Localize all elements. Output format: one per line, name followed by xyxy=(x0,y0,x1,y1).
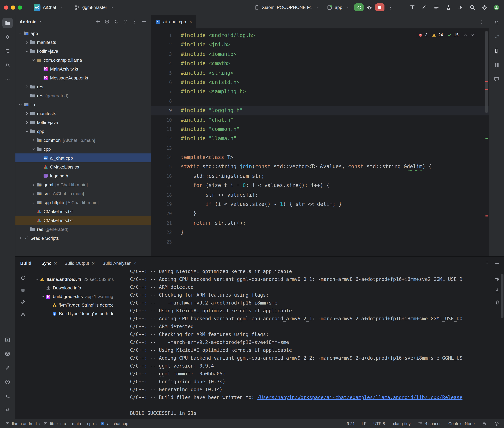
tree-item-app[interactable]: app xyxy=(16,29,151,38)
tree-item-gradle-scripts[interactable]: Gradle Scripts xyxy=(16,234,151,243)
code-line-23[interactable]: 23 xyxy=(151,237,489,247)
device-mirroring-icon[interactable] xyxy=(457,4,463,10)
breadcrumb-src[interactable]: src xyxy=(60,421,66,426)
soft-wrap-button[interactable] xyxy=(495,276,500,282)
code-line-7[interactable]: 7#include <sampling.h> xyxy=(151,87,489,97)
breadcrumb-llama-android[interactable]: llama.android xyxy=(5,421,37,426)
rerun-button[interactable] xyxy=(354,3,364,11)
build-panel-title[interactable]: Build xyxy=(20,261,31,266)
tree-item-manifests[interactable]: manifests xyxy=(16,38,151,47)
tree-item-ggml[interactable]: ggml[AiChat.lib.main] xyxy=(16,180,151,189)
code-line-12[interactable]: 12#include "llama.h" xyxy=(151,134,489,144)
zoom-window-button[interactable] xyxy=(18,5,22,9)
code-line-15[interactable]: 15static std::string join(const std::vec… xyxy=(151,162,489,172)
notifications-tool-button[interactable] xyxy=(491,18,502,28)
build-tree-item-buildtype-debug-is-both-de[interactable]: BuildType 'debug' is both de xyxy=(31,309,129,318)
close-tab-icon[interactable]: × xyxy=(189,19,192,24)
chevron-down-icon[interactable] xyxy=(31,147,36,151)
app-quality-insights-tool-button[interactable] xyxy=(491,74,502,84)
code-line-11[interactable]: 11#include "common.h" xyxy=(151,125,489,134)
file-encoding-widget[interactable]: UTF-8 xyxy=(373,421,385,426)
read-only-toggle-widget[interactable] xyxy=(482,421,487,426)
breadcrumb-cpp[interactable]: cpp xyxy=(87,421,94,426)
running-devices-tool-button[interactable]: T xyxy=(2,335,13,345)
vcs-branch-selector[interactable]: ggml-master xyxy=(72,3,118,11)
build-tab-sync[interactable]: Sync× xyxy=(38,256,61,270)
resource-manager-tool-button[interactable] xyxy=(2,349,13,359)
chevron-right-icon[interactable] xyxy=(31,182,36,187)
code-line-22[interactable]: 22} xyxy=(151,228,489,237)
build-tree-item-jvmtarget-string-is-deprec[interactable]: 'jvmTarget: String' is deprec xyxy=(31,301,129,309)
tree-item-common[interactable]: common[AiChat.lib.main] xyxy=(16,136,151,145)
translate-action-icon[interactable] xyxy=(409,4,415,10)
chevron-right-icon[interactable] xyxy=(31,138,36,142)
tree-item-cmakelists-txt[interactable]: CMakeLists.txt xyxy=(16,216,151,225)
tree-item-mainactivity-kt[interactable]: MainActivity.kt xyxy=(16,64,151,73)
panel-options-button[interactable] xyxy=(131,17,139,26)
console-scrollbar[interactable] xyxy=(501,274,504,318)
code-line-10[interactable]: 10#include "chat.h" xyxy=(151,115,489,125)
close-tab-icon[interactable]: × xyxy=(92,261,95,266)
chevron-right-icon[interactable] xyxy=(31,191,36,196)
version-control-tool-button[interactable] xyxy=(2,405,13,415)
tree-item-logging-h[interactable]: Hlogging.h xyxy=(16,171,151,180)
inspections-widget[interactable]: 3 24 15 xyxy=(416,32,477,38)
build-tree-item-llama-android-fi[interactable]: llama.android: fi22 sec, 583 ms xyxy=(31,275,129,284)
previous-problem-icon[interactable] xyxy=(462,32,468,38)
tree-item-res[interactable]: res xyxy=(16,82,151,91)
search-everywhere-icon[interactable] xyxy=(469,4,475,10)
pull-requests-tool-button[interactable] xyxy=(2,60,13,70)
problems-tool-button[interactable] xyxy=(2,377,13,387)
tree-item-cmakelists-txt[interactable]: CMakeLists.txt xyxy=(16,207,151,216)
breadcrumb-main[interactable]: main xyxy=(72,421,81,426)
build-tool-button[interactable] xyxy=(2,363,13,373)
device-selector[interactable]: Xiaomi POCOPHONE F1 xyxy=(251,3,323,11)
user-account-icon[interactable] xyxy=(493,4,499,10)
code-line-4[interactable]: 4#include <cmath> xyxy=(151,59,489,68)
pin-tab-button[interactable] xyxy=(20,300,26,306)
chevron-right-icon[interactable] xyxy=(17,236,23,240)
close-tab-icon[interactable]: × xyxy=(133,261,137,266)
tree-item-cpp-httplib[interactable]: cpp-httplib[AiChat.lib.main] xyxy=(16,198,151,207)
chevron-right-icon[interactable] xyxy=(24,111,30,115)
code-line-5[interactable]: 5#include <string> xyxy=(151,68,489,78)
error-stripe-mark[interactable] xyxy=(485,89,488,90)
vcs-stripe-mark[interactable] xyxy=(485,138,488,140)
tree-item-cpp[interactable]: cpp xyxy=(16,145,151,153)
code-line-21[interactable]: 21 return str.str(); xyxy=(151,219,489,228)
tree-item-res[interactable]: res(generated) xyxy=(16,91,151,100)
chevron-down-icon[interactable] xyxy=(34,277,39,281)
terminal-tool-button[interactable] xyxy=(2,391,13,401)
indent-style-widget[interactable]: 4 spaces xyxy=(418,421,442,426)
more-run-actions-button[interactable] xyxy=(386,3,395,11)
tree-item-manifests[interactable]: manifests xyxy=(16,109,151,118)
code-line-19[interactable]: 19 if (i < values.size() - 1) { str << d… xyxy=(151,200,489,209)
tree-item-lib[interactable]: lib xyxy=(16,100,151,109)
code-line-16[interactable]: 16 std::ostringstream str; xyxy=(151,172,489,181)
breadcrumb-ai-chat-cpp[interactable]: C+ai_chat.cpp xyxy=(100,421,128,426)
chevron-right-icon[interactable] xyxy=(31,200,36,205)
chevron-down-icon[interactable] xyxy=(40,294,46,298)
chevron-down-icon[interactable] xyxy=(24,49,30,53)
code-line-8[interactable]: 8 xyxy=(151,96,489,106)
select-opened-file-button[interactable] xyxy=(103,17,111,26)
code-line-3[interactable]: 3#include <iomanip> xyxy=(151,50,489,59)
run-configuration-selector[interactable]: app xyxy=(324,3,353,11)
build-tree-item-download-info[interactable]: Download info xyxy=(31,284,129,292)
scroll-to-end-button[interactable] xyxy=(495,288,500,294)
commit-tool-button[interactable] xyxy=(2,32,13,42)
line-separator-widget[interactable]: LF xyxy=(362,421,367,426)
close-tab-icon[interactable]: × xyxy=(54,261,57,266)
tree-item-cpp[interactable]: cpp xyxy=(16,127,151,136)
minimize-window-button[interactable] xyxy=(11,5,15,9)
hide-build-panel-icon[interactable] xyxy=(495,261,500,266)
stop-build-button[interactable] xyxy=(20,287,26,294)
console-link[interactable]: /Users/hanyin/Workspace/ai-chat/examples… xyxy=(257,395,462,400)
code-line-9[interactable]: 9#include "logging.h" xyxy=(151,106,489,115)
chevron-down-icon[interactable] xyxy=(17,31,23,35)
tree-item-src[interactable]: src[AiChat.lib.main] xyxy=(16,189,151,198)
settings-icon[interactable] xyxy=(481,4,487,10)
caret-position-widget[interactable]: 9:21 xyxy=(347,421,355,426)
code-line-18[interactable]: 18 str << values[i]; xyxy=(151,190,489,200)
chevron-down-icon[interactable] xyxy=(17,102,23,107)
